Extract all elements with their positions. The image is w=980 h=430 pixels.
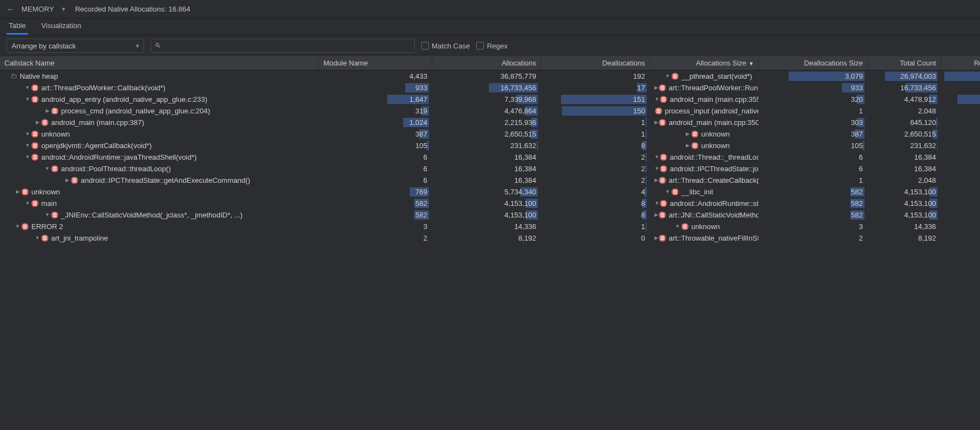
back-arrow-icon[interactable]: ← — [7, 4, 15, 14]
collapse-icon[interactable]: ▼ — [44, 210, 51, 220]
tab-table[interactable]: Table — [7, 18, 28, 35]
callstack-name: art::ThreadPoolWorker::Run() — [669, 83, 759, 92]
collapse-icon[interactable]: ▼ — [654, 153, 659, 162]
collapse-icon[interactable]: ▼ — [24, 153, 31, 162]
numeric-cell: 1 — [941, 221, 980, 232]
numeric-cell: 6 — [759, 151, 868, 163]
match-case-check[interactable]: Match Case — [421, 42, 470, 50]
svg-rect-25 — [657, 109, 661, 110]
expand-icon[interactable]: ▶ — [654, 176, 658, 185]
svg-rect-27 — [657, 112, 661, 113]
numeric-cell: 2,650,515 — [868, 128, 941, 140]
collapse-icon[interactable]: ▼ — [44, 164, 51, 173]
stackframe-icon — [41, 118, 49, 127]
numeric-cell: 17 — [541, 82, 650, 94]
collapse-icon[interactable]: ▼ — [664, 187, 671, 197]
collapse-icon[interactable]: ▼ — [24, 129, 31, 139]
numeric-cell: 8,192 — [868, 232, 941, 244]
expand-icon[interactable]: ▶ — [654, 233, 658, 243]
expand-icon[interactable]: ▶ — [654, 210, 658, 220]
numeric-cell: 3,079 — [759, 70, 868, 82]
callstack-cell: ▶android_main (main.cpp:350) — [650, 117, 759, 128]
numeric-cell: 933 — [759, 82, 868, 94]
callstack-name: android::PoolThread::threadLoop() — [61, 164, 170, 173]
numeric-cell: 582 — [319, 209, 432, 221]
svg-rect-59 — [662, 158, 666, 159]
collapse-icon[interactable]: ▼ — [34, 233, 41, 243]
collapse-icon[interactable]: ▼ — [654, 164, 659, 173]
svg-rect-5 — [33, 86, 37, 87]
search-input[interactable] — [166, 42, 410, 50]
numeric-cell: 2,048 — [868, 175, 941, 186]
svg-rect-11 — [660, 89, 665, 90]
callstack-name: process_input (android_native_app_glue.c… — [665, 106, 759, 116]
subtitle: Recorded Native Allocations: 16.864 — [75, 5, 190, 13]
expand-icon[interactable]: ▶ — [14, 187, 21, 197]
numeric-cell: 4,433 — [319, 70, 432, 82]
collapse-icon[interactable]: ▼ — [654, 199, 659, 208]
col-deallocations[interactable]: Deallocations — [541, 56, 650, 70]
dropdown-arrow-icon[interactable]: ▼ — [60, 6, 66, 12]
col-alloc-size[interactable]: Allocations Size▼ — [650, 56, 759, 70]
col-remaining[interactable]: Remaining Size — [941, 56, 980, 70]
numeric-cell: 2 — [941, 163, 980, 175]
svg-rect-37 — [33, 132, 37, 133]
svg-rect-42 — [693, 134, 697, 135]
col-allocations[interactable]: Allocations — [432, 56, 541, 70]
search-box[interactable]: 🔍︎ — [151, 39, 415, 53]
numeric-cell: 8 — [941, 140, 980, 151]
callstack-cell: ▼ERROR 2 — [0, 221, 319, 232]
callstack-name: _JNIEnv::CallStaticVoidMethod(_jclass*, … — [61, 210, 243, 220]
numeric-cell: 14,336 — [868, 221, 941, 232]
search-icon: 🔍︎ — [155, 42, 161, 50]
col-total[interactable]: Total Count — [868, 56, 941, 70]
regex-check[interactable]: Regex — [476, 42, 508, 50]
col-callstack[interactable]: Callstack Name — [0, 56, 319, 70]
callstack-cell: ▶android_main (main.cpp:387) — [0, 117, 319, 128]
numeric-cell: 4,476,864 — [432, 105, 541, 117]
callstack-name: process_cmd (android_native_app_glue.c:2… — [61, 106, 210, 116]
expand-icon[interactable]: ▶ — [654, 118, 658, 127]
expand-icon[interactable]: ▶ — [684, 141, 691, 150]
expand-icon[interactable]: ▶ — [64, 176, 70, 185]
svg-rect-114 — [660, 238, 665, 239]
collapse-icon[interactable]: ▼ — [24, 199, 31, 208]
col-module[interactable]: Module Name — [319, 56, 432, 70]
svg-rect-75 — [660, 181, 665, 182]
collapse-icon[interactable]: ▼ — [654, 95, 659, 104]
expand-icon[interactable]: ▶ — [654, 83, 658, 92]
expand-icon[interactable]: ▶ — [684, 129, 691, 139]
collapse-icon[interactable]: ▼ — [14, 222, 21, 231]
svg-rect-54 — [33, 157, 37, 158]
callstack-cell: ▶android::IPCThreadState::getAndExecuteC… — [0, 175, 319, 186]
stackframe-icon — [51, 211, 59, 219]
tabs: Table Visualization — [0, 19, 980, 35]
collapse-icon[interactable]: ▼ — [24, 141, 31, 150]
tab-visualization[interactable]: Visualization — [39, 18, 84, 35]
col-dealloc-size[interactable]: Deallocations Size — [759, 56, 868, 70]
numeric-cell: 151 — [541, 94, 650, 105]
callstack-cell: ▼android_main (main.cpp:355) — [650, 94, 759, 105]
svg-rect-38 — [33, 134, 37, 135]
callstack-cell: ▼__libc_init — [650, 186, 759, 198]
numeric-cell: 582 — [319, 198, 432, 209]
expand-icon[interactable]: ▶ — [44, 106, 51, 116]
collapse-icon[interactable]: ▼ — [24, 83, 31, 92]
numeric-cell: 179 — [941, 70, 980, 82]
stackframe-icon — [658, 118, 667, 127]
svg-rect-29 — [43, 121, 47, 122]
collapse-icon[interactable]: ▼ — [664, 72, 671, 81]
checkbox-icon — [476, 42, 484, 50]
callstack-name: __libc_init — [681, 187, 713, 197]
numeric-cell: 150 — [941, 94, 980, 105]
stackframe-icon — [31, 153, 39, 161]
arrange-select[interactable]: Arrange by callstack ▼ — [7, 39, 144, 53]
expand-icon[interactable]: ▶ — [34, 118, 41, 127]
collapse-icon[interactable]: ▼ — [24, 95, 31, 104]
numeric-cell: 8,192 — [432, 232, 541, 244]
svg-rect-105 — [683, 225, 687, 226]
collapse-icon[interactable]: ▼ — [674, 222, 681, 231]
numeric-cell: 0 — [941, 232, 980, 244]
callstack-name: android_main (main.cpp:387) — [51, 118, 144, 127]
chevron-down-icon: ▼ — [135, 43, 140, 49]
